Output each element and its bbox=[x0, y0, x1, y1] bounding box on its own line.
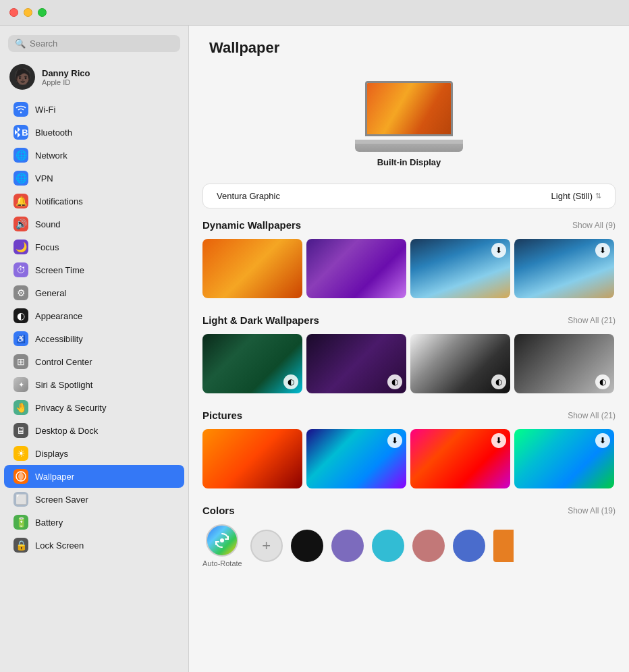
wallpaper-thumb-dw2[interactable] bbox=[306, 239, 406, 298]
wallpaper-name: Ventura Graphic bbox=[217, 191, 280, 201]
search-input[interactable] bbox=[30, 38, 173, 49]
privacy-icon: 🤚 bbox=[13, 400, 28, 415]
mode-icon-lw2: ◐ bbox=[387, 374, 402, 389]
show-all-lightdark[interactable]: Show All (21) bbox=[568, 316, 616, 325]
wallpaper-mode-dropdown[interactable]: Light (Still) ⇅ bbox=[551, 191, 601, 201]
section-lightdark: Light & Dark Wallpapers Show All (21) ◐ … bbox=[202, 314, 616, 393]
color-swatch-partial[interactable] bbox=[493, 530, 514, 562]
vpn-icon: 🌐 bbox=[13, 171, 28, 186]
close-button[interactable] bbox=[9, 8, 18, 17]
sidebar-label-general: General bbox=[35, 288, 66, 298]
sidebar-label-controlcenter: Control Center bbox=[35, 357, 92, 367]
search-container: 🔍 bbox=[0, 32, 188, 59]
lightdark-wallpaper-grid: ◐ ◐ ◐ ◐ bbox=[202, 334, 616, 393]
sidebar-label-screentime: Screen Time bbox=[35, 265, 84, 275]
sidebar-item-notifications[interactable]: 🔔 Notifications bbox=[4, 190, 184, 213]
wallpaper-thumb-lw1[interactable]: ◐ bbox=[202, 334, 302, 393]
page-title: Wallpaper bbox=[209, 39, 609, 57]
content-scroll[interactable]: Dynamic Wallpapers Show All (9) ⬇ ⬇ bbox=[189, 219, 629, 672]
focus-icon: 🌙 bbox=[13, 240, 28, 254]
sidebar-item-controlcenter[interactable]: ⊞ Control Center bbox=[4, 350, 184, 373]
sidebar-label-vpn: VPN bbox=[35, 173, 53, 184]
lockscreen-icon: 🔒 bbox=[13, 538, 28, 553]
siri-icon: ✦ bbox=[13, 377, 28, 392]
sidebar-label-displays: Displays bbox=[35, 449, 68, 459]
sidebar-item-wallpaper[interactable]: Wallpaper bbox=[4, 465, 184, 488]
sidebar-item-desktop[interactable]: 🖥 Desktop & Dock bbox=[4, 419, 184, 442]
color-swatch-black[interactable] bbox=[291, 530, 323, 562]
app-container: 🔍 🧑🏿 Danny Rico Apple ID Wi-Fi bbox=[0, 26, 629, 672]
dynamic-wallpaper-grid: ⬇ ⬇ bbox=[202, 239, 616, 298]
download-icon-dw3: ⬇ bbox=[491, 243, 506, 258]
download-icon-pw3: ⬇ bbox=[491, 433, 506, 448]
wallpaper-thumb-dw1[interactable] bbox=[202, 239, 302, 298]
show-all-pictures[interactable]: Show All (21) bbox=[568, 411, 616, 420]
minimize-button[interactable] bbox=[24, 8, 32, 17]
sidebar-item-battery[interactable]: 🔋 Battery bbox=[4, 511, 184, 534]
sidebar-item-wifi[interactable]: Wi-Fi bbox=[4, 98, 184, 121]
sidebar-item-network[interactable]: 🌐 Network bbox=[4, 144, 184, 167]
sidebar-item-general[interactable]: ⚙ General bbox=[4, 281, 184, 304]
color-auto-rotate[interactable]: Auto-Rotate bbox=[202, 524, 242, 567]
sidebar: 🔍 🧑🏿 Danny Rico Apple ID Wi-Fi bbox=[0, 26, 189, 672]
show-all-dynamic[interactable]: Show All (9) bbox=[572, 221, 616, 230]
wallpaper-thumb-lw4[interactable]: ◐ bbox=[514, 334, 614, 393]
sidebar-item-screensaver[interactable]: ⬜ Screen Saver bbox=[4, 488, 184, 511]
desktop-icon: 🖥 bbox=[13, 423, 28, 438]
user-profile[interactable]: 🧑🏿 Danny Rico Apple ID bbox=[0, 59, 188, 98]
sidebar-label-sound: Sound bbox=[35, 219, 61, 229]
sidebar-label-battery: Battery bbox=[35, 517, 63, 528]
displays-icon: ☀ bbox=[13, 446, 28, 461]
titlebar bbox=[0, 0, 629, 26]
notifications-icon: 🔔 bbox=[13, 194, 28, 208]
sidebar-item-appearance[interactable]: ◐ Appearance bbox=[4, 304, 184, 327]
search-icon: 🔍 bbox=[15, 38, 26, 49]
sidebar-item-siri[interactable]: ✦ Siri & Spotlight bbox=[4, 373, 184, 396]
network-icon: 🌐 bbox=[13, 148, 28, 163]
sidebar-item-sound[interactable]: 🔊 Sound bbox=[4, 213, 184, 235]
sidebar-item-displays[interactable]: ☀ Displays bbox=[4, 442, 184, 465]
wallpaper-thumb-pw4[interactable]: ⬇ bbox=[514, 429, 614, 488]
sidebar-item-focus[interactable]: 🌙 Focus bbox=[4, 235, 184, 258]
color-swatch-blue[interactable] bbox=[453, 530, 485, 562]
wallpaper-thumb-dw3[interactable]: ⬇ bbox=[410, 239, 510, 298]
sidebar-item-bluetooth[interactable]: B Bluetooth bbox=[4, 121, 184, 144]
section-title-colors: Colors bbox=[202, 505, 235, 516]
show-all-colors[interactable]: Show All (19) bbox=[568, 506, 616, 515]
wallpaper-thumb-dw4[interactable]: ⬇ bbox=[514, 239, 614, 298]
wallpaper-thumb-lw2[interactable]: ◐ bbox=[306, 334, 406, 393]
laptop-preview bbox=[355, 81, 463, 152]
laptop-wallpaper bbox=[367, 83, 451, 134]
sidebar-item-privacy[interactable]: 🤚 Privacy & Security bbox=[4, 396, 184, 419]
color-swatch-purple[interactable] bbox=[331, 530, 364, 562]
wallpaper-icon bbox=[13, 469, 28, 484]
maximize-button[interactable] bbox=[38, 8, 47, 17]
main-content: Wallpaper Built-in Display Ventura Graph… bbox=[189, 26, 629, 672]
general-icon: ⚙ bbox=[13, 285, 28, 300]
sidebar-item-screentime[interactable]: ⏱ Screen Time bbox=[4, 258, 184, 281]
sidebar-item-accessibility[interactable]: ♿ Accessibility bbox=[4, 327, 184, 350]
color-swatch-teal[interactable] bbox=[372, 530, 404, 562]
auto-rotate-icon bbox=[206, 524, 238, 557]
auto-rotate-label: Auto-Rotate bbox=[202, 559, 242, 567]
wallpaper-thumb-pw1[interactable] bbox=[202, 429, 302, 488]
color-swatch-rose[interactable] bbox=[412, 530, 445, 562]
wallpaper-thumb-pw3[interactable]: ⬇ bbox=[410, 429, 510, 488]
section-header-dynamic: Dynamic Wallpapers Show All (9) bbox=[202, 219, 616, 231]
wallpaper-selector: Ventura Graphic Light (Still) ⇅ bbox=[202, 184, 616, 208]
colors-row: Auto-Rotate + bbox=[202, 524, 616, 567]
appearance-icon: ◐ bbox=[13, 308, 28, 323]
sidebar-item-lockscreen[interactable]: 🔒 Lock Screen bbox=[4, 534, 184, 557]
section-dynamic: Dynamic Wallpapers Show All (9) ⬇ ⬇ bbox=[202, 219, 616, 298]
display-label: Built-in Display bbox=[377, 157, 441, 167]
sidebar-item-vpn[interactable]: 🌐 VPN bbox=[4, 167, 184, 190]
color-add-button[interactable]: + bbox=[250, 530, 283, 562]
mode-icon-lw3: ◐ bbox=[491, 374, 506, 389]
avatar: 🧑🏿 bbox=[9, 64, 35, 90]
wallpaper-thumb-pw2[interactable]: ⬇ bbox=[306, 429, 406, 488]
section-colors: Colors Show All (19) bbox=[202, 505, 616, 567]
wallpaper-thumb-lw3[interactable]: ◐ bbox=[410, 334, 510, 393]
search-box[interactable]: 🔍 bbox=[8, 35, 180, 52]
sidebar-label-privacy: Privacy & Security bbox=[35, 403, 106, 413]
section-header-lightdark: Light & Dark Wallpapers Show All (21) bbox=[202, 314, 616, 326]
